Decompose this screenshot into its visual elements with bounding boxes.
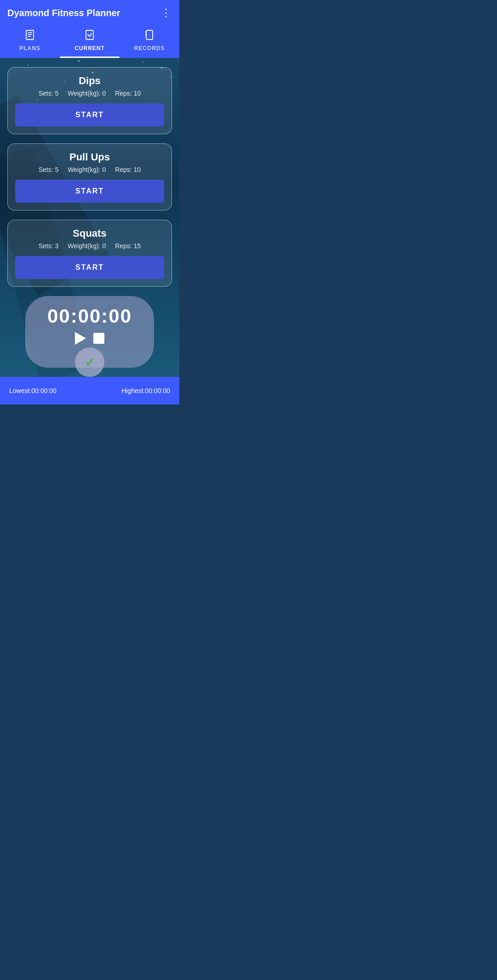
lowest-label: Lowest: (9, 387, 31, 394)
exercise-name-pullups: Pull Ups (15, 151, 164, 163)
squats-sets: Sets: 3 (39, 242, 59, 250)
pullups-sets: Sets: 5 (39, 166, 59, 173)
exercise-details-dips: Sets: 5 Weight(kg): 0 Reps: 10 (15, 90, 164, 97)
tab-plans-label: PLANS (19, 45, 40, 51)
exercise-card-dips: Dips Sets: 5 Weight(kg): 0 Reps: 10 STAR… (7, 67, 172, 134)
bottom-bar: Lowest:00:00:00 Highest:00:00:00 (0, 377, 179, 405)
lowest-stat: Lowest:00:00:00 (9, 387, 57, 394)
pullups-weight: Weight(kg): 0 (68, 166, 106, 173)
check-icon: ✓ (85, 355, 95, 370)
svg-rect-6 (145, 31, 146, 33)
start-button-pullups[interactable]: START (15, 180, 164, 203)
plans-icon (24, 29, 35, 43)
check-button[interactable]: ✓ (75, 348, 104, 377)
timer-play-button[interactable] (75, 332, 86, 345)
main-content: Dips Sets: 5 Weight(kg): 0 Reps: 10 STAR… (0, 58, 179, 377)
menu-button[interactable]: ⋮ (160, 6, 172, 19)
tab-plans[interactable]: PLANS (0, 26, 60, 58)
timer-time: 00:00:00 (47, 305, 132, 327)
timer-display: 00:00:00 ✓ (25, 296, 154, 368)
tab-current-label: CURRENT (74, 45, 105, 51)
current-icon (84, 29, 95, 43)
svg-rect-5 (146, 30, 153, 40)
dips-weight: Weight(kg): 0 (68, 90, 106, 97)
exercise-details-pullups: Sets: 5 Weight(kg): 0 Reps: 10 (15, 166, 164, 173)
exercise-card-pullups: Pull Ups Sets: 5 Weight(kg): 0 Reps: 10 … (7, 143, 172, 211)
svg-rect-4 (86, 30, 93, 40)
timer-controls (75, 332, 104, 345)
tab-records-label: RECORDS (134, 45, 165, 51)
highest-stat: Highest:00:00:00 (121, 387, 170, 394)
dips-reps: Reps: 10 (115, 90, 141, 97)
squats-reps: Reps: 15 (115, 242, 141, 250)
start-button-dips[interactable]: START (15, 103, 164, 126)
app-title: Dyamond Fitness Planner (7, 8, 120, 18)
exercise-details-squats: Sets: 3 Weight(kg): 0 Reps: 15 (15, 242, 164, 250)
svg-rect-7 (145, 34, 146, 36)
app-bar: Dyamond Fitness Planner ⋮ (0, 0, 179, 26)
tab-bar: PLANS CURRENT RECORDS (0, 26, 179, 58)
pullups-reps: Reps: 10 (115, 166, 141, 173)
highest-time: 00:00:00 (145, 387, 170, 394)
squats-weight: Weight(kg): 0 (68, 242, 106, 250)
exercise-name-squats: Squats (15, 228, 164, 239)
highest-label: Highest: (121, 387, 145, 394)
timer-section: 00:00:00 ✓ (7, 296, 172, 368)
exercise-name-dips: Dips (15, 75, 164, 87)
lowest-time: 00:00:00 (31, 387, 57, 394)
tab-current[interactable]: CURRENT (60, 26, 120, 58)
dips-sets: Sets: 5 (39, 90, 59, 97)
tab-records[interactable]: RECORDS (120, 26, 179, 58)
svg-rect-0 (26, 30, 34, 40)
exercise-card-squats: Squats Sets: 3 Weight(kg): 0 Reps: 15 ST… (7, 220, 172, 287)
timer-stop-button[interactable] (93, 333, 104, 344)
start-button-squats[interactable]: START (15, 256, 164, 279)
records-icon (144, 29, 155, 43)
